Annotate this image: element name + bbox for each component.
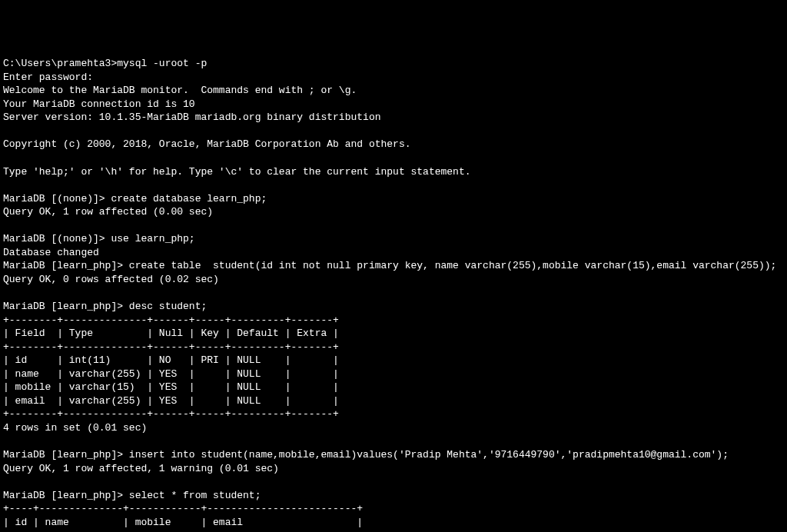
terminal-line: MariaDB [learn_php]> select * from stude… [3,490,261,501]
terminal-line: Query OK, 1 row affected (0.00 sec) [3,206,213,218]
terminal-line: | name | varchar(255) | YES | | NULL | | [3,368,339,380]
terminal-line: +--------+--------------+------+-----+--… [3,314,339,326]
terminal-line: C:\Users\pramehta3>mysql -uroot -p [3,58,207,69]
terminal-line: +----+--------------+------------+------… [3,503,363,514]
terminal-line: Your MariaDB connection id is 10 [3,98,195,110]
terminal-line: Query OK, 0 rows affected (0.02 sec) [3,274,219,285]
terminal-line: Copyright (c) 2000, 2018, Oracle, MariaD… [3,138,411,150]
terminal-line: MariaDB [(none)]> use learn_php; [3,233,195,244]
terminal-line: MariaDB [(none)]> create database learn_… [3,193,267,204]
terminal-line: Welcome to the MariaDB monitor. Commands… [3,85,357,96]
terminal-line: Type 'help;' or '\h' for help. Type '\c'… [3,166,471,178]
terminal-line: +--------+--------------+------+-----+--… [3,408,339,420]
terminal-line: Query OK, 1 row affected, 1 warning (0.0… [3,463,279,474]
terminal-line: | id | name | mobile | email | [3,517,363,528]
terminal-line: Database changed [3,247,99,258]
terminal-output[interactable]: C:\Users\pramehta3>mysql -uroot -p Enter… [3,57,784,532]
terminal-line: Enter password: [3,71,93,83]
terminal-line: MariaDB [learn_php]> insert into student… [3,449,729,461]
terminal-line: | id | int(11) | NO | PRI | NULL | | [3,354,339,366]
terminal-line: Server version: 10.1.35-MariaDB mariadb.… [3,111,380,123]
terminal-line: MariaDB [learn_php]> create table studen… [3,260,776,271]
terminal-line: MariaDB [learn_php]> desc student; [3,301,207,312]
terminal-line: 4 rows in set (0.01 sec) [3,422,147,434]
terminal-line: | Field | Type | Null | Key | Default | … [3,328,339,339]
terminal-line: | email | varchar(255) | YES | | NULL | … [3,395,339,407]
terminal-line: | mobile | varchar(15) | YES | | NULL | … [3,381,339,393]
terminal-line: +--------+--------------+------+-----+--… [3,341,339,353]
